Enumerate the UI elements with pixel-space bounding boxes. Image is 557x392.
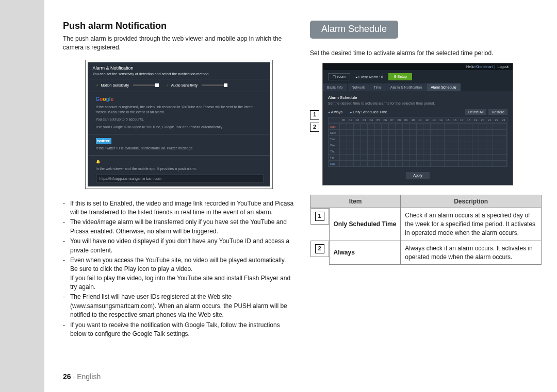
tab-alarm-notif: Alarm & Notification — [386, 83, 427, 91]
logout-link: Logout — [498, 65, 509, 69]
room-chip: ▢ room — [328, 73, 350, 80]
left-bullets: -If this is set to Enabled, the video an… — [63, 199, 294, 339]
row2-item: Always — [329, 241, 401, 265]
alarm-schedule-intro: Set the desired time to activate alarms … — [310, 49, 542, 58]
page-language: English — [77, 372, 101, 381]
push-alarm-heading: Push alarm Notification — [63, 21, 294, 31]
google-desc-1: If the account is registered, the video … — [96, 105, 264, 115]
description-table: Item Description 1 Only Scheduled Time C… — [310, 195, 542, 265]
motion-sensitivity-label: Motion Sensitivity — [101, 83, 129, 87]
th-desc: Description — [401, 195, 542, 208]
bullet-3: Even when you access the YouTube site, n… — [70, 256, 294, 292]
radio-always: ● Always — [328, 110, 342, 114]
setup-button: ⚙ Setup — [388, 73, 412, 80]
shot1-title: Alarm & Notification — [93, 65, 265, 71]
hour-header: 0001020304050607080910111213141516171819… — [329, 117, 507, 123]
twitter-desc: If the Twitter ID is available, notifica… — [96, 146, 264, 151]
alarm-schedule-tab: Alarm Schedule — [310, 21, 398, 39]
user-name: Kim bitnari — [476, 65, 493, 69]
callout-2: 2 — [310, 123, 319, 132]
hello-label: Hello — [466, 65, 474, 69]
tab-network: Network — [348, 83, 370, 91]
audio-slider — [202, 84, 227, 86]
setup-tabs: Basic Info Network Time Alarm & Notifica… — [323, 83, 513, 91]
apply-button: Apply — [406, 172, 430, 179]
motion-slider — [133, 84, 159, 86]
twitter-logo: twitter — [96, 138, 111, 144]
schedule-grid: 0001020304050607080910111213141516171819… — [328, 117, 507, 167]
google-desc-3: Use your Google ID to logon to YouTube, … — [96, 125, 264, 130]
panel-title: Alarm Schedule — [328, 95, 507, 100]
google-desc-2: You can add up to 5 accounts. — [96, 117, 264, 122]
margin-strip — [0, 0, 44, 392]
row2-desc: Always check if an alarm occurs. It acti… — [401, 241, 542, 265]
tab-alarm-schedule: Alarm Schedule — [427, 83, 461, 91]
alarm-schedule-screenshot: Hello Kim bitnari | Logout ▢ room ● Even… — [322, 63, 513, 185]
page-footer: 26 · English — [63, 372, 101, 381]
day-rows: SunMonTueWedThuFriSat — [329, 123, 507, 166]
radio-scheduled: ● Only Scheduled Time — [350, 110, 387, 114]
audio-sensitivity-label: Audio Sensitivity — [171, 83, 198, 87]
bell-icon: 🔔 — [96, 160, 101, 163]
bullet-0: If this is set to Enabled, the video and… — [70, 199, 294, 217]
alarm-notification-screenshot: Alarm & Notification You can set the sen… — [85, 60, 273, 189]
panel-sub: Set the desired time to activate alarms … — [328, 101, 507, 105]
manual-page: Push alarm Notification The push alarm i… — [44, 0, 557, 392]
row2-num: 2 — [315, 244, 324, 253]
push-link: https://infoapp.samsungsmartcam.com — [96, 175, 264, 182]
left-column: Push alarm Notification The push alarm i… — [63, 21, 294, 339]
row1-item: Only Scheduled Time — [329, 208, 401, 241]
bullet-2: You will have no video displayed if you … — [70, 237, 294, 255]
bullet-1: The video/image alarm will be transferre… — [70, 218, 294, 236]
bullet-5: If you want to receive the notification … — [70, 321, 294, 339]
push-desc: In the web viewer and the mobile app, it… — [96, 166, 264, 172]
google-logo: Google — [96, 96, 113, 102]
tab-time: Time — [369, 83, 386, 91]
row1-num: 1 — [315, 212, 324, 221]
shot1-subtitle: You can set the sensitivity of detection… — [93, 72, 265, 76]
push-alarm-intro: The push alarm is provided through the w… — [63, 35, 294, 53]
restore-button: Restore — [488, 109, 507, 115]
th-item: Item — [310, 195, 401, 208]
callouts: 1 2 — [310, 110, 319, 132]
bullet-4: The Friend list will have user IDs regis… — [70, 293, 294, 319]
tab-basic: Basic Info — [323, 83, 348, 91]
page-number: 26 — [63, 372, 71, 381]
event-alarm: ● Event Alarm : 0 — [355, 75, 383, 79]
row1-desc: Check if an alarm occurs at a specified … — [401, 208, 542, 241]
callout-1: 1 — [310, 110, 319, 120]
right-column: Alarm Schedule Set the desired time to a… — [310, 21, 542, 339]
delete-all-button: Delete All — [465, 109, 487, 115]
